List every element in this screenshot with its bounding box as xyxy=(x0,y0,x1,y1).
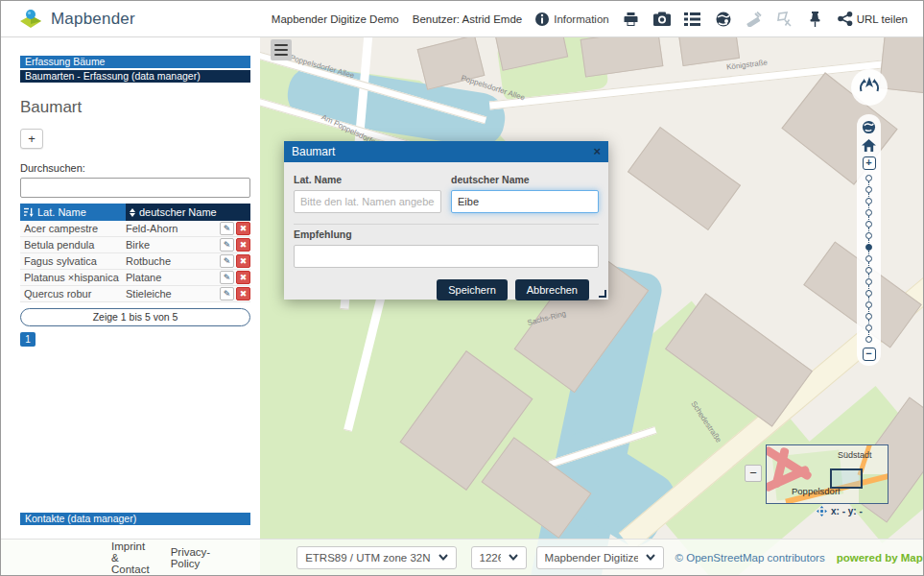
edit-row-button[interactable]: ✎ xyxy=(220,287,234,300)
dialog-divider xyxy=(294,224,599,225)
delete-row-button[interactable]: ✖ xyxy=(236,254,250,268)
zoom-slider-step[interactable] xyxy=(865,209,872,216)
empfehlung-label: Empfehlung xyxy=(294,228,599,240)
zoom-slider-step[interactable] xyxy=(865,255,872,262)
compass-rotate-control[interactable] xyxy=(851,69,888,106)
srs-select[interactable]: ETRS89 / UTM zone 32N xyxy=(296,546,456,569)
zoom-slider-step[interactable] xyxy=(865,278,872,285)
share-url-button[interactable]: URL teilen xyxy=(838,12,908,26)
mapbender-logo[interactable]: Mapbender xyxy=(18,8,135,31)
cell-de: Platane xyxy=(126,272,218,283)
overview-extent-rectangle[interactable] xyxy=(830,468,863,489)
dialog-close-icon[interactable]: × xyxy=(593,141,601,162)
pin-poi-button[interactable] xyxy=(807,11,824,28)
zoom-out-button[interactable]: − xyxy=(863,348,876,361)
cell-de: Feld-Ahorn xyxy=(126,223,218,234)
powered-by-mapbender-link[interactable]: powered by Mapbender xyxy=(837,552,924,564)
zoom-slider-step[interactable] xyxy=(865,267,872,274)
empfehlung-input[interactable] xyxy=(294,245,599,268)
zoom-slider-step[interactable] xyxy=(865,186,872,193)
compass-icon xyxy=(855,73,884,102)
delete-row-button[interactable]: ✖ xyxy=(236,238,250,252)
zoom-slider-step[interactable] xyxy=(865,175,872,181)
search-input[interactable] xyxy=(20,178,250,198)
privacy-link[interactable]: Privacy-Policy xyxy=(171,546,211,569)
map-control-bar: + − xyxy=(857,114,881,366)
measure-button[interactable] xyxy=(746,11,763,28)
zoom-slider-step[interactable] xyxy=(865,313,872,320)
zoom-slider-step[interactable] xyxy=(865,198,872,204)
application-select[interactable]: Mapbender Digitize Demo xyxy=(536,546,664,569)
street-label-koenigstrasse: Königstraße xyxy=(726,58,769,71)
deutscher-name-input[interactable] xyxy=(451,190,599,213)
ruler-measure-icon xyxy=(746,12,762,27)
scale-select[interactable]: 1226 xyxy=(471,546,527,569)
sort-both-icon xyxy=(130,208,135,217)
overview-collapse-button[interactable]: − xyxy=(745,465,762,482)
table-row: Platanus ×hispanica Platane ✎ ✖ xyxy=(20,270,250,286)
move-cross-icon xyxy=(817,506,827,516)
sidebar: Erfassung Bäume Baumarten - Erfassung (d… xyxy=(1,37,260,540)
sort-alpha-asc-icon xyxy=(24,207,34,217)
edit-row-button[interactable]: ✎ xyxy=(220,254,234,268)
srs-globe-button[interactable] xyxy=(715,11,732,28)
dialog-resize-handle[interactable] xyxy=(599,290,606,298)
zoom-slider[interactable] xyxy=(865,175,872,343)
legend-button[interactable] xyxy=(684,11,701,28)
pagination-page-1[interactable]: 1 xyxy=(20,332,36,347)
globe-icon xyxy=(716,12,731,27)
page-title: Baumart xyxy=(20,98,250,117)
application-select-value: Mapbender Digitize Demo xyxy=(545,552,638,564)
sidebar-toggle-button[interactable] xyxy=(271,39,292,60)
zoom-slider-step[interactable] xyxy=(865,290,872,297)
cell-lat: Platanus ×hispanica xyxy=(20,272,126,283)
save-button[interactable]: Speichern xyxy=(437,279,508,300)
base-layer-globe-icon[interactable] xyxy=(862,120,876,134)
mapbender-logo-icon xyxy=(18,8,43,31)
lat-name-input[interactable] xyxy=(294,190,441,213)
zoom-slider-step[interactable] xyxy=(865,232,872,239)
edit-row-button[interactable]: ✎ xyxy=(220,271,234,284)
share-icon xyxy=(838,12,853,26)
print-button[interactable] xyxy=(623,11,640,28)
sidebar-panel-kontakte[interactable]: Kontakte (data manager) xyxy=(20,513,250,525)
zoom-slider-step[interactable] xyxy=(865,324,872,331)
home-extent-icon[interactable] xyxy=(862,139,876,152)
srs-select-value: ETRS89 / UTM zone 32N xyxy=(305,552,430,564)
chevron-down-icon xyxy=(438,554,448,561)
zoom-slider-handle[interactable] xyxy=(865,244,872,251)
redline-draw-button[interactable] xyxy=(776,11,794,28)
zoom-slider-step[interactable] xyxy=(865,221,872,228)
dialog-titlebar[interactable]: Baumart × xyxy=(284,141,608,162)
map-building xyxy=(628,127,741,230)
cancel-button[interactable]: Abbrechen xyxy=(515,279,589,300)
imprint-link[interactable]: Imprint & Contact xyxy=(111,540,150,575)
table-header-lat-name[interactable]: Lat. Name xyxy=(20,204,126,221)
logo-text: Mapbender xyxy=(51,10,135,29)
zoom-slider-step[interactable] xyxy=(865,301,872,308)
screenshot-button[interactable] xyxy=(653,11,671,28)
delete-row-button[interactable]: ✖ xyxy=(236,287,250,300)
delete-row-button[interactable]: ✖ xyxy=(236,222,250,235)
sidebar-panel-baumarten[interactable]: Baumarten - Erfassung (data manager) xyxy=(20,70,250,83)
delete-row-button[interactable]: ✖ xyxy=(236,271,250,284)
zoom-in-button[interactable]: + xyxy=(863,156,876,170)
dialog-title: Baumart xyxy=(292,141,593,162)
osm-attribution-link[interactable]: © OpenStreetMap contributors xyxy=(675,552,825,564)
information-button[interactable]: Information xyxy=(535,12,609,26)
cell-lat: Betula pendula xyxy=(20,239,126,251)
table-header-deutscher-name[interactable]: deutscher Name xyxy=(126,204,250,221)
cell-lat: Fagus sylvatica xyxy=(20,255,126,267)
zoom-slider-step[interactable] xyxy=(865,336,872,343)
add-record-button[interactable]: + xyxy=(20,129,43,149)
user-label: Benutzer: Astrid Emde xyxy=(413,13,522,25)
table-row: Betula pendula Birke ✎ ✖ xyxy=(20,237,250,253)
table-row: Quercus robur Stieleiche ✎ ✖ xyxy=(20,286,250,302)
chevron-down-icon xyxy=(509,554,518,561)
map-canvas[interactable]: Königstraße Poppelsdorfer Allee Poppelsd… xyxy=(260,37,924,576)
edit-row-button[interactable]: ✎ xyxy=(220,238,234,252)
edit-row-button[interactable]: ✎ xyxy=(220,222,234,235)
sidebar-panel-erfassung-baeume[interactable]: Erfassung Bäume xyxy=(20,56,250,68)
hamburger-icon xyxy=(274,44,288,46)
overview-map[interactable]: Südstadt Poppelsdorf xyxy=(766,444,888,504)
